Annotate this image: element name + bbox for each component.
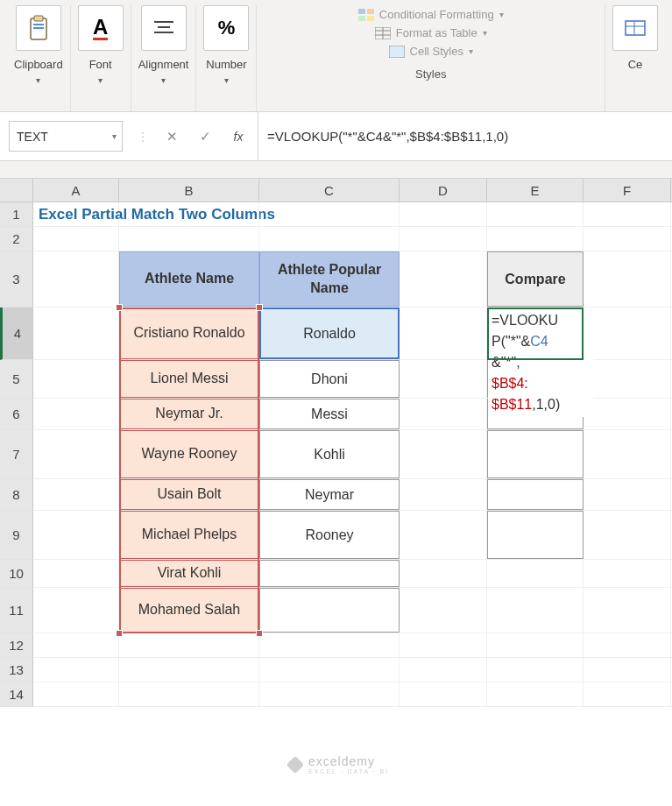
cell-E2[interactable] — [487, 227, 584, 251]
cell-A2[interactable] — [33, 227, 119, 251]
row-header-8[interactable]: 8 — [0, 479, 33, 511]
range-handle[interactable] — [256, 630, 263, 637]
alignment-label[interactable]: Alignment▾ — [138, 58, 189, 86]
cell-D7[interactable] — [400, 430, 487, 478]
cell-C5[interactable]: Dhoni — [259, 360, 400, 398]
cell-B6[interactable]: Neymar Jr. — [119, 399, 259, 429]
cell-B8[interactable]: Usain Bolt — [119, 479, 259, 510]
row-header-10[interactable]: 10 — [0, 560, 33, 588]
cell-F2[interactable] — [584, 227, 671, 251]
cell-F1[interactable] — [584, 202, 671, 226]
clipboard-label[interactable]: Clipboard▾ — [14, 58, 63, 86]
formula-input[interactable]: =VLOOKUP("*"&C4&"*",$B$4:$B$11,1,0) — [258, 112, 672, 160]
cell-C4[interactable]: Ronaldo — [259, 308, 400, 359]
name-box[interactable]: TEXT ▾ — [9, 121, 123, 152]
font-icon[interactable]: A — [78, 5, 124, 51]
row-header-3[interactable]: 3 — [0, 251, 33, 308]
range-handle[interactable] — [256, 304, 263, 311]
cell-B7[interactable]: Wayne Rooney — [119, 430, 259, 478]
conditional-formatting-button[interactable]: Conditional Formatting▾ — [358, 5, 504, 24]
range-handle[interactable] — [116, 630, 123, 637]
cell-C2[interactable] — [259, 227, 400, 251]
cell-F13[interactable] — [584, 658, 671, 682]
cell-D13[interactable] — [400, 658, 487, 682]
cell-E13[interactable] — [487, 658, 584, 682]
cell-A11[interactable] — [33, 588, 119, 633]
row-header-11[interactable]: 11 — [0, 588, 33, 633]
cell-B14[interactable] — [119, 682, 259, 706]
cell-C3[interactable]: Athlete Popular Name — [259, 251, 400, 307]
cell-D2[interactable] — [400, 227, 487, 251]
cell-C6[interactable]: Messi — [259, 399, 400, 429]
cell-E3[interactable]: Compare — [487, 251, 584, 307]
cell-C10[interactable] — [259, 560, 400, 587]
cell-D1[interactable] — [400, 202, 487, 226]
cell-F10[interactable] — [584, 560, 671, 587]
cell-F11[interactable] — [584, 588, 671, 633]
cell-C11[interactable] — [259, 588, 400, 633]
row-header-5[interactable]: 5 — [0, 360, 33, 399]
enter-button[interactable]: ✓ — [195, 126, 216, 147]
cell-D9[interactable] — [400, 511, 487, 559]
cell-A7[interactable] — [33, 430, 119, 478]
cell-F12[interactable] — [584, 633, 671, 657]
cell-E4[interactable]: =VLOOKU P("*"&C4 &"*", $B$4: $B$11,1,0) — [487, 308, 584, 359]
cell-D11[interactable] — [400, 588, 487, 633]
format-as-table-button[interactable]: Format as Table▾ — [375, 24, 487, 42]
cell-B13[interactable] — [119, 658, 259, 682]
cell-A4[interactable] — [33, 308, 119, 359]
cell-B11[interactable]: Mohamed Salah — [119, 588, 259, 633]
cell-A13[interactable] — [33, 658, 119, 682]
fx-button[interactable]: fx — [228, 126, 249, 147]
alignment-icon[interactable] — [141, 5, 187, 51]
cell-F6[interactable] — [584, 399, 671, 429]
row-header-13[interactable]: 13 — [0, 658, 33, 682]
cell-E9[interactable] — [487, 511, 584, 559]
cell-F8[interactable] — [584, 479, 671, 510]
cell-D4[interactable] — [400, 308, 487, 359]
select-all-corner[interactable] — [0, 179, 33, 202]
cell-B1[interactable] — [119, 202, 259, 226]
clipboard-icon[interactable] — [16, 5, 61, 51]
cell-E12[interactable] — [487, 633, 584, 657]
cell-A6[interactable] — [33, 399, 119, 429]
number-label[interactable]: Number▾ — [206, 58, 246, 86]
cell-F9[interactable] — [584, 511, 671, 559]
cell-D14[interactable] — [400, 682, 487, 706]
cell-B9[interactable]: Michael Phelps — [119, 511, 259, 559]
cell-C1[interactable] — [259, 202, 400, 226]
cell-A14[interactable] — [33, 682, 119, 706]
cells-label[interactable]: Ce — [628, 58, 643, 73]
col-header-D[interactable]: D — [400, 179, 487, 202]
col-header-A[interactable]: A — [33, 179, 119, 202]
cell-A5[interactable] — [33, 360, 119, 398]
font-label[interactable]: Font▾ — [89, 58, 112, 86]
cell-F14[interactable] — [584, 682, 671, 706]
cell-B12[interactable] — [119, 633, 259, 657]
row-header-1[interactable]: 1 — [0, 202, 33, 227]
row-header-2[interactable]: 2 — [0, 227, 33, 251]
cell-styles-button[interactable]: Cell Styles▾ — [389, 42, 473, 60]
cell-E1[interactable] — [487, 202, 584, 226]
cell-D12[interactable] — [400, 633, 487, 657]
col-header-B[interactable]: B — [119, 179, 259, 202]
cell-B2[interactable] — [119, 227, 259, 251]
cell-D3[interactable] — [400, 251, 487, 307]
cell-F5[interactable] — [584, 360, 671, 398]
row-header-12[interactable]: 12 — [0, 633, 33, 658]
cell-C8[interactable]: Neymar — [259, 479, 400, 510]
row-header-6[interactable]: 6 — [0, 399, 33, 430]
cell-C7[interactable]: Kohli — [259, 430, 400, 478]
cell-C14[interactable] — [259, 682, 400, 706]
cell-C12[interactable] — [259, 633, 400, 657]
cell-C9[interactable]: Rooney — [259, 511, 400, 559]
cell-D10[interactable] — [400, 560, 487, 587]
cells-icon[interactable] — [612, 5, 658, 51]
range-handle[interactable] — [116, 304, 123, 311]
number-icon[interactable]: % — [203, 5, 249, 51]
cell-B5[interactable]: Lionel Messi — [119, 360, 259, 398]
cell-B3[interactable]: Athlete Name — [119, 251, 259, 307]
col-header-E[interactable]: E — [487, 179, 584, 202]
cell-D6[interactable] — [400, 399, 487, 429]
cell-F7[interactable] — [584, 430, 671, 478]
